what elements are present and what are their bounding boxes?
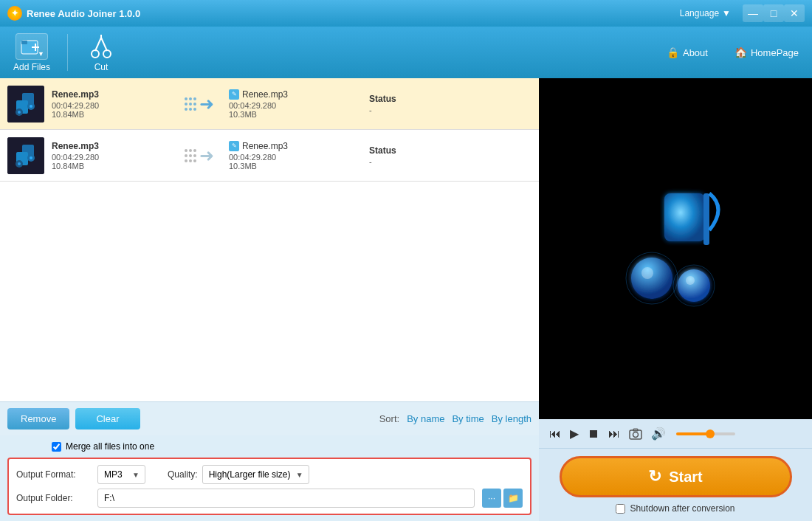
add-files-button[interactable]: ▼ Add Files (7, 30, 56, 75)
svg-rect-24 (703, 193, 709, 245)
skip-back-button[interactable]: ⏮ (548, 426, 562, 442)
minimize-button[interactable]: — (743, 4, 763, 22)
sort-by-name-button[interactable]: By name (407, 413, 444, 424)
folder-input[interactable] (97, 489, 475, 508)
output-name-1: ✎ Renee.mp3 (229, 89, 362, 100)
sort-by-length-button[interactable]: By length (492, 413, 531, 424)
svg-point-25 (631, 258, 672, 299)
svg-point-21 (18, 162, 21, 165)
svg-point-28 (686, 276, 695, 285)
quality-wrapper: Quality: High(Larger file size) Medium L… (168, 465, 309, 484)
svg-point-14 (18, 111, 21, 114)
svg-point-27 (678, 269, 710, 302)
svg-rect-1 (21, 41, 27, 44)
file-size-2: 10.84MB (52, 162, 170, 170)
shutdown-checkbox[interactable] (616, 504, 625, 514)
quality-select[interactable]: High(Larger file size) Medium Low (202, 465, 309, 484)
file-size-1: 10.84MB (52, 110, 170, 119)
table-row[interactable]: Renee.mp3 00:04:29.280 10.84MB ➜ ✎ Ren (0, 130, 539, 182)
status-area-1: Status - (362, 94, 531, 114)
merge-label[interactable]: Merge all files into one (66, 441, 154, 452)
main-area: Renee.mp3 00:04:29.280 10.84MB ➜ ✎ Ren (0, 78, 812, 521)
status-label-2: Status (369, 145, 396, 156)
volume-slider[interactable] (676, 432, 735, 435)
svg-line-7 (101, 38, 107, 51)
player-controls: ⏮ ▶ ⏹ ⏭ 🔊 (539, 419, 812, 448)
svg-point-22 (30, 156, 32, 159)
output-duration-2: 00:04:29.280 (229, 153, 362, 162)
edit-icon-1[interactable]: ✎ (229, 89, 239, 100)
file-name-2: Renee.mp3 (52, 141, 170, 151)
quality-select-wrapper: High(Larger file size) Medium Low (202, 465, 309, 484)
app-title: Renee Audio Joiner 1.0.0 (27, 8, 680, 19)
arrow-dots-2 (185, 149, 196, 162)
svg-point-15 (30, 105, 32, 108)
play-button[interactable]: ▶ (568, 425, 580, 442)
arrow-dots-1 (185, 97, 196, 111)
svg-rect-3 (35, 44, 36, 51)
sort-area: Sort: By name By time By length (379, 413, 531, 424)
browse-folder-button[interactable]: ··· (482, 489, 501, 508)
stop-button[interactable]: ⏹ (586, 426, 601, 442)
start-label: Start (669, 469, 703, 486)
file-thumbnail-2 (7, 137, 44, 174)
svg-rect-23 (664, 193, 705, 241)
media-preview (539, 78, 812, 419)
homepage-label: HomePage (751, 47, 799, 58)
format-row: Output Format: MP3 WAV AAC FLAC OGG WMA … (16, 465, 523, 484)
file-name-1: Renee.mp3 (52, 89, 170, 100)
output-size-1: 10.3MB (229, 110, 362, 119)
edit-icon-2[interactable]: ✎ (229, 141, 239, 151)
screenshot-button[interactable] (627, 427, 644, 441)
cut-label: Cut (94, 62, 109, 72)
start-refresh-icon: ↻ (648, 467, 661, 486)
shutdown-label[interactable]: Shutdown after conversion (630, 503, 734, 514)
homepage-button[interactable]: 🏠 HomePage (729, 44, 805, 61)
skip-forward-button[interactable]: ⏭ (607, 426, 622, 442)
start-area: ↻ Start Shutdown after conversion (539, 448, 812, 521)
format-select[interactable]: MP3 WAV AAC FLAC OGG WMA (97, 465, 145, 484)
clear-button[interactable]: Clear (75, 408, 140, 429)
open-folder-button[interactable]: 📁 (503, 489, 523, 508)
bottom-controls: Remove Clear Sort: By name By time By le… (0, 401, 539, 435)
svg-point-32 (633, 432, 639, 437)
status-area-2: Status - (362, 145, 531, 166)
output-info-2: ✎ Renee.mp3 00:04:29.280 10.3MB (229, 141, 362, 170)
about-button[interactable]: 🔒 About (661, 44, 714, 61)
left-panel: Renee.mp3 00:04:29.280 10.84MB ➜ ✎ Ren (0, 78, 539, 521)
titlebar: ✦ Renee Audio Joiner 1.0.0 Language ▼ — … (0, 0, 812, 27)
file-info-1: Renee.mp3 00:04:29.280 10.84MB (52, 89, 170, 119)
right-panel: ⏮ ▶ ⏹ ⏭ 🔊 ↻ Start (539, 78, 812, 521)
output-folder-label: Output Folder: (16, 493, 90, 503)
svg-point-5 (103, 50, 111, 58)
toolbar-separator (67, 34, 68, 71)
cut-icon (85, 33, 117, 60)
output-size-2: 10.3MB (229, 162, 362, 170)
sort-by-time-button[interactable]: By time (452, 413, 484, 424)
add-files-label: Add Files (13, 62, 50, 72)
titlebar-right: Language ▼ — □ ✕ (680, 4, 805, 22)
language-selector[interactable]: Language ▼ (680, 8, 731, 18)
toolbar-nav: 🔒 About 🏠 HomePage (661, 44, 805, 61)
merge-checkbox[interactable] (52, 442, 61, 452)
cut-button[interactable]: Cut (79, 30, 123, 75)
table-row[interactable]: Renee.mp3 00:04:29.280 10.84MB ➜ ✎ Ren (0, 78, 539, 130)
arrow-area-1: ➜ (170, 94, 229, 114)
close-button[interactable]: ✕ (784, 4, 805, 22)
toolbar: ▼ Add Files Cut 🔒 About 🏠 HomePage (0, 27, 812, 78)
remove-button[interactable]: Remove (7, 408, 69, 429)
svg-line-6 (95, 38, 101, 51)
file-info-2: Renee.mp3 00:04:29.280 10.84MB (52, 141, 170, 170)
output-name-2: ✎ Renee.mp3 (229, 141, 362, 151)
svg-point-4 (92, 50, 99, 58)
output-info-1: ✎ Renee.mp3 00:04:29.280 10.3MB (229, 89, 362, 119)
start-button[interactable]: ↻ Start (560, 456, 792, 497)
folder-row: Output Folder: ··· 📁 (16, 489, 523, 508)
maximize-button[interactable]: □ (763, 4, 784, 22)
file-list: Renee.mp3 00:04:29.280 10.84MB ➜ ✎ Ren (0, 78, 539, 401)
volume-button[interactable]: 🔊 (650, 425, 667, 442)
arrow-icon-1: ➜ (199, 94, 214, 114)
svg-point-26 (641, 267, 653, 279)
quality-label: Quality: (168, 469, 198, 480)
status-value-2: - (369, 157, 372, 166)
